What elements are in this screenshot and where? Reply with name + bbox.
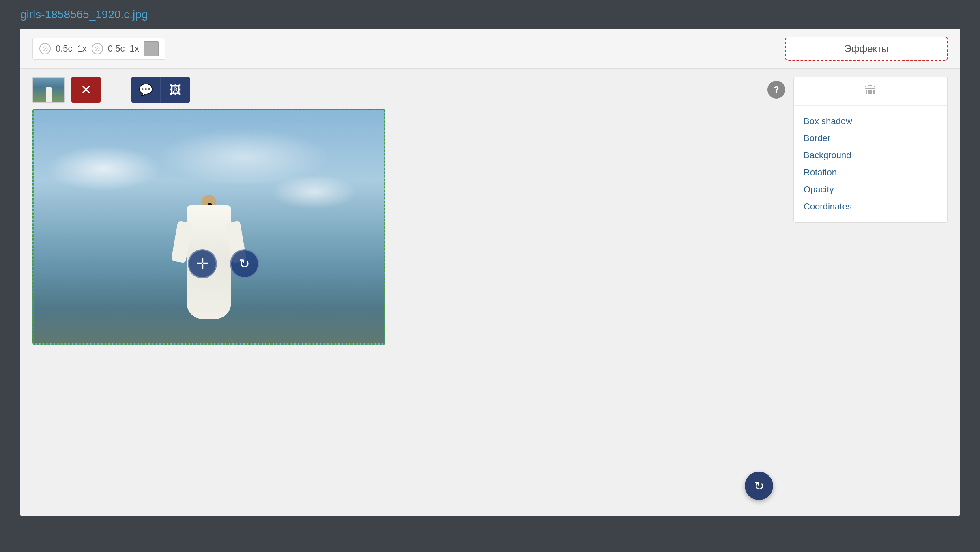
image-icon: 🖼 <box>170 83 181 97</box>
effect-item-rotation[interactable]: Rotation <box>804 165 937 180</box>
right-panel: 🏛 Box shadowBorderBackgroundRotationOpac… <box>793 77 948 223</box>
image-canvas: ✛ ↻ <box>32 109 385 345</box>
effects-button[interactable]: Эффекты <box>785 37 948 61</box>
anim2-duration: 0.5с <box>108 43 125 54</box>
left-panel: ✕ 💬 🖼 ? <box>32 77 785 345</box>
right-panel-header: 🏛 <box>794 77 947 106</box>
effect-item-border[interactable]: Border <box>804 131 937 146</box>
toolbar-row: ⊘ 0.5с 1x ⊘ 0.5с 1x Эффекты <box>20 29 960 69</box>
effect-item-box-shadow[interactable]: Box shadow <box>804 114 937 129</box>
help-button[interactable]: ? <box>767 81 785 99</box>
color-swatch[interactable] <box>144 41 159 56</box>
rotate-icon: ↻ <box>239 256 250 272</box>
bottom-fab-button[interactable]: ↻ <box>745 472 773 500</box>
move-control[interactable]: ✛ <box>188 249 217 278</box>
effect-item-background[interactable]: Background <box>804 148 937 163</box>
anim1-icon[interactable]: ⊘ <box>39 43 51 54</box>
close-icon: ✕ <box>81 82 92 97</box>
image-toolbar: ✕ 💬 🖼 ? <box>32 77 785 103</box>
chat-icon: 💬 <box>139 83 153 97</box>
panel-header-icon: 🏛 <box>864 84 877 99</box>
rotate-control[interactable]: ↻ <box>230 249 259 278</box>
animation-controls: ⊘ 0.5с 1x ⊘ 0.5с 1x <box>32 38 165 60</box>
top-bar: girls-1858565_1920.c.jpg <box>0 0 980 29</box>
action-button-group: 💬 🖼 <box>131 77 190 103</box>
anim2-repeat: 1x <box>129 43 139 54</box>
main-area: ⊘ 0.5с 1x ⊘ 0.5с 1x Эффекты <box>20 29 960 516</box>
chat-button[interactable]: 💬 <box>131 77 161 103</box>
effect-item-opacity[interactable]: Opacity <box>804 182 937 197</box>
content-row: ✕ 💬 🖼 ? <box>20 69 960 353</box>
anim2-icon[interactable]: ⊘ <box>92 43 103 54</box>
anim1-repeat: 1x <box>77 43 87 54</box>
fab-icon: ↻ <box>754 479 764 493</box>
question-icon: ? <box>774 84 779 95</box>
file-title: girls-1858565_1920.c.jpg <box>20 8 148 21</box>
move-icon: ✛ <box>196 255 208 272</box>
image-button[interactable]: 🖼 <box>161 77 190 103</box>
anim1-duration: 0.5с <box>56 43 73 54</box>
effects-list: Box shadowBorderBackgroundRotationOpacit… <box>794 106 947 222</box>
effect-item-coordinates[interactable]: Coordinates <box>804 199 937 214</box>
image-thumbnail[interactable] <box>32 77 65 103</box>
delete-button[interactable]: ✕ <box>71 77 101 103</box>
